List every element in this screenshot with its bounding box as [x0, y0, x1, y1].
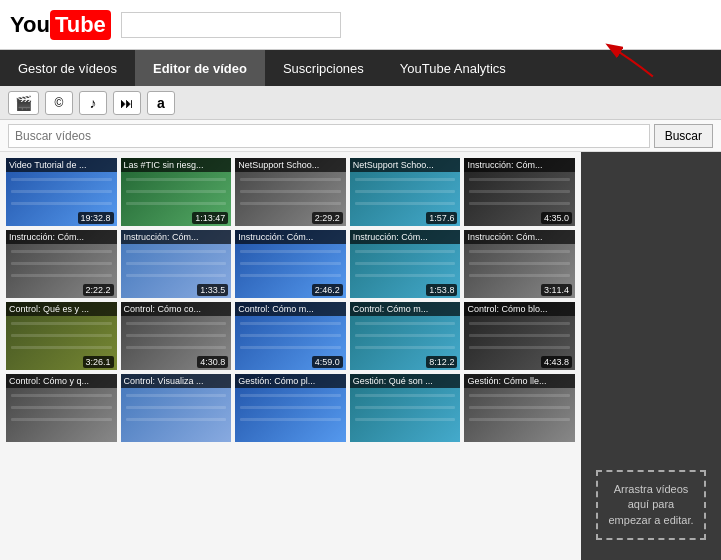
video-title: Gestión: Cómo pl...: [235, 374, 346, 388]
nav-bar: Gestor de vídeos Editor de vídeo Suscrip…: [0, 50, 721, 86]
search-button[interactable]: Buscar: [654, 124, 713, 148]
video-title: Control: Visualiza ...: [121, 374, 232, 388]
drop-zone[interactable]: Arrastra vídeos aquí para empezar a edit…: [581, 152, 721, 560]
cc-tool-btn[interactable]: ©: [45, 91, 73, 115]
video-thumb[interactable]: Video Tutorial de ...19:32.8: [6, 158, 117, 226]
video-duration: 4:59.0: [312, 356, 343, 368]
text-tool-btn[interactable]: a: [147, 91, 175, 115]
video-thumb[interactable]: Instrucción: Cóm...2:22.2: [6, 230, 117, 298]
video-title: Instrucción: Cóm...: [464, 230, 575, 244]
toolbar: 🎬 © ♪ ⏭ a: [0, 86, 721, 120]
video-thumb[interactable]: Control: Cómo y q...: [6, 374, 117, 442]
video-duration: 1:13:47: [192, 212, 228, 224]
video-duration: 2:46.2: [312, 284, 343, 296]
video-thumb[interactable]: Gestión: Cómo pl...: [235, 374, 346, 442]
video-duration: 19:32.8: [78, 212, 114, 224]
music-tool-btn[interactable]: ♪: [79, 91, 107, 115]
tab-suscripciones[interactable]: Suscripciones: [265, 50, 382, 86]
video-thumb[interactable]: Instrucción: Cóm...1:33.5: [121, 230, 232, 298]
video-thumb[interactable]: Control: Qué es y ...3:26.1: [6, 302, 117, 370]
video-title: Control: Qué es y ...: [6, 302, 117, 316]
video-title: Control: Cómo blo...: [464, 302, 575, 316]
video-thumb[interactable]: Instrucción: Cóm...2:46.2: [235, 230, 346, 298]
video-thumb[interactable]: Gestión: Cómo lle...: [464, 374, 575, 442]
video-duration: 4:30.8: [197, 356, 228, 368]
logo-you: You: [10, 12, 50, 38]
video-title: Control: Cómo m...: [350, 302, 461, 316]
video-title: NetSupport Schoo...: [350, 158, 461, 172]
video-duration: 4:35.0: [541, 212, 572, 224]
video-title: Control: Cómo co...: [121, 302, 232, 316]
video-thumb[interactable]: Gestión: Qué son ...: [350, 374, 461, 442]
video-thumb[interactable]: NetSupport Schoo...2:29.2: [235, 158, 346, 226]
video-thumb[interactable]: Las #TIC sin riesg...1:13:47: [121, 158, 232, 226]
video-title: Instrucción: Cóm...: [350, 230, 461, 244]
video-title: Instrucción: Cóm...: [121, 230, 232, 244]
video-duration: 2:29.2: [312, 212, 343, 224]
video-tool-btn[interactable]: 🎬: [8, 91, 39, 115]
drop-box: Arrastra vídeos aquí para empezar a edit…: [596, 470, 706, 540]
header: YouTube: [0, 0, 721, 50]
video-duration: 2:22.2: [83, 284, 114, 296]
tab-editor[interactable]: Editor de vídeo: [135, 50, 265, 86]
video-title: Instrucción: Cóm...: [235, 230, 346, 244]
logo-tube: Tube: [50, 10, 111, 40]
video-duration: 3:11.4: [541, 284, 572, 296]
video-thumb[interactable]: Control: Cómo blo...4:43.8: [464, 302, 575, 370]
header-search-input[interactable]: [121, 12, 341, 38]
logo: YouTube: [10, 10, 111, 40]
video-title: Instrucción: Cóm...: [464, 158, 575, 172]
skip-tool-btn[interactable]: ⏭: [113, 91, 141, 115]
video-thumb[interactable]: Instrucción: Cóm...1:53.8: [350, 230, 461, 298]
video-duration: 1:33.5: [197, 284, 228, 296]
video-thumb[interactable]: Control: Visualiza ...: [121, 374, 232, 442]
drop-box-text: Arrastra vídeos aquí para empezar a edit…: [609, 483, 694, 526]
video-search-input[interactable]: [8, 124, 650, 148]
video-title: Gestión: Cómo lle...: [464, 374, 575, 388]
video-duration: 4:43.8: [541, 356, 572, 368]
video-title: Video Tutorial de ...: [6, 158, 117, 172]
video-thumb[interactable]: Control: Cómo m...8:12.2: [350, 302, 461, 370]
video-title: Control: Cómo y q...: [6, 374, 117, 388]
video-duration: 3:26.1: [83, 356, 114, 368]
video-thumb[interactable]: Control: Cómo co...4:30.8: [121, 302, 232, 370]
main-content: Video Tutorial de ...19:32.8Las #TIC sin…: [0, 152, 721, 560]
video-title: NetSupport Schoo...: [235, 158, 346, 172]
video-title: Gestión: Qué son ...: [350, 374, 461, 388]
tab-analytics[interactable]: YouTube Analytics: [382, 50, 524, 86]
search-bar: Buscar: [0, 120, 721, 152]
video-title: Instrucción: Cóm...: [6, 230, 117, 244]
video-duration: 1:53.8: [426, 284, 457, 296]
video-thumb[interactable]: Instrucción: Cóm...4:35.0: [464, 158, 575, 226]
video-title: Control: Cómo m...: [235, 302, 346, 316]
video-title: Las #TIC sin riesg...: [121, 158, 232, 172]
video-thumb[interactable]: Control: Cómo m...4:59.0: [235, 302, 346, 370]
video-grid: Video Tutorial de ...19:32.8Las #TIC sin…: [0, 152, 581, 560]
video-thumb[interactable]: NetSupport Schoo...1:57.6: [350, 158, 461, 226]
video-duration: 8:12.2: [426, 356, 457, 368]
tab-gestor[interactable]: Gestor de vídeos: [0, 50, 135, 86]
video-thumb[interactable]: Instrucción: Cóm...3:11.4: [464, 230, 575, 298]
video-duration: 1:57.6: [426, 212, 457, 224]
